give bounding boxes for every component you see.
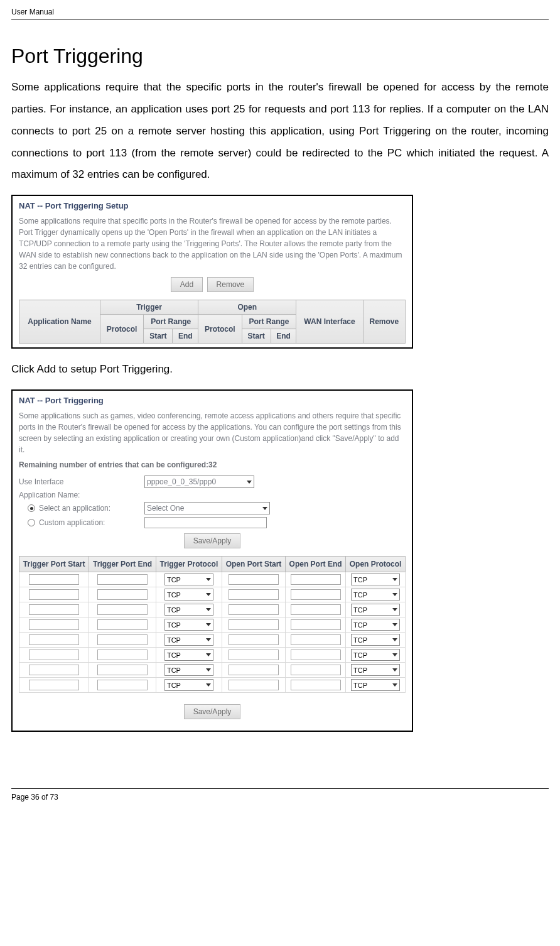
trigger-port-end-input[interactable] [97,650,148,660]
open-port-start-input[interactable] [229,574,279,585]
open-port-start-input[interactable] [229,665,279,675]
protocol-value: TCP [353,666,367,674]
col-trigger-protocol: Protocol [100,315,143,344]
chevron-down-icon [392,608,397,611]
ss2-title: NAT -- Port Triggering [19,396,406,405]
trigger-port-start-input[interactable] [29,589,79,600]
protocol-value: TCP [353,576,367,584]
trigger-port-end-input[interactable] [97,634,148,645]
col-open: Open [198,300,296,315]
protocol-value: TCP [353,682,367,689]
trigger-port-start-input[interactable] [29,619,79,630]
open-port-start-input[interactable] [229,634,279,645]
col-app-name: Application Name [19,300,100,344]
use-interface-select[interactable]: pppoe_0_0_35/ppp0 [144,476,254,488]
save-apply-button-top[interactable]: Save/Apply [184,533,241,548]
trigger-port-start-input[interactable] [29,574,79,585]
col-trigger-end: End [173,329,198,344]
open-port-start-input[interactable] [229,680,279,690]
select-application-dropdown[interactable]: Select One [144,502,270,514]
trigger-protocol-select[interactable]: TCP [164,574,213,585]
trigger-port-end-input[interactable] [97,680,148,690]
click-add-text: Click Add to setup Port Triggering. [11,359,549,381]
trigger-protocol-select[interactable]: TCP [164,649,213,661]
trigger-protocol-select[interactable]: TCP [164,634,213,646]
chevron-down-icon [262,507,267,510]
trigger-protocol-select[interactable]: TCP [164,619,213,631]
trigger-protocol-select[interactable]: TCP [164,604,213,616]
open-port-start-input[interactable] [229,619,279,630]
open-port-end-input[interactable] [291,619,341,630]
col-open-protocol: Open Protocol [346,557,406,572]
screenshot-port-triggering-form: NAT -- Port Triggering Some applications… [11,389,413,732]
open-protocol-select[interactable]: TCP [351,679,400,691]
protocol-value: TCP [167,591,181,599]
table-row: TCPTCP [19,617,406,633]
doc-header: User Manual [11,8,549,19]
protocol-value: TCP [167,636,181,644]
trigger-port-end-input[interactable] [97,589,148,600]
chevron-down-icon [392,623,397,626]
open-port-end-input[interactable] [291,634,341,645]
col-remove: Remove [363,300,405,344]
open-port-start-input[interactable] [229,604,279,615]
open-port-end-input[interactable] [291,665,341,675]
col-trigger-port-end: Trigger Port End [89,557,156,572]
open-port-end-input[interactable] [291,604,341,615]
trigger-port-end-input[interactable] [97,574,148,585]
radio-custom-application[interactable] [28,519,35,526]
protocol-value: TCP [167,682,181,689]
open-port-end-input[interactable] [291,574,341,585]
protocol-value: TCP [167,666,181,674]
chevron-down-icon [206,623,211,626]
open-protocol-select[interactable]: TCP [351,574,400,585]
trigger-port-end-input[interactable] [97,619,148,630]
chevron-down-icon [206,638,211,641]
table-row: TCPTCP [19,678,406,693]
open-protocol-select[interactable]: TCP [351,634,400,646]
page-title: Port Triggering [11,45,549,68]
trigger-port-start-input[interactable] [29,634,79,645]
remaining-entries: Remaining number of entries that can be … [19,460,406,469]
col-trigger-protocol: Trigger Protocol [156,557,222,572]
col-open-start: Start [242,329,271,344]
trigger-protocol-select[interactable]: TCP [164,679,213,691]
trigger-port-start-input[interactable] [29,604,79,615]
open-protocol-select[interactable]: TCP [351,589,400,601]
radio-select-application[interactable] [28,504,35,512]
ss1-desc: Some applications require that specific … [19,215,406,272]
chevron-down-icon [247,481,252,484]
col-open-port-start: Open Port Start [222,557,286,572]
trigger-port-start-input[interactable] [29,650,79,660]
trigger-port-end-input[interactable] [97,604,148,615]
col-open-portrange: Port Range [242,315,296,329]
col-trigger-start: Start [144,329,173,344]
open-protocol-select[interactable]: TCP [351,619,400,631]
trigger-port-end-input[interactable] [97,665,148,675]
open-port-start-input[interactable] [229,650,279,660]
open-protocol-select[interactable]: TCP [351,664,400,676]
open-port-end-input[interactable] [291,589,341,600]
triggering-setup-table: Application Name Trigger Open WAN Interf… [19,300,406,344]
chevron-down-icon [206,578,211,581]
remove-button[interactable]: Remove [207,277,254,292]
open-port-start-input[interactable] [229,589,279,600]
chevron-down-icon [206,608,211,611]
chevron-down-icon [392,638,397,641]
trigger-port-start-input[interactable] [29,680,79,690]
trigger-port-start-input[interactable] [29,665,79,675]
open-protocol-select[interactable]: TCP [351,604,400,616]
add-button[interactable]: Add [171,277,203,292]
intro-paragraph: Some applications require that the speci… [11,77,549,186]
screenshot-port-triggering-setup: NAT -- Port Triggering Setup Some applic… [11,195,413,349]
trigger-protocol-select[interactable]: TCP [164,664,213,676]
open-port-end-input[interactable] [291,650,341,660]
save-apply-button-bottom[interactable]: Save/Apply [184,704,241,719]
open-protocol-select[interactable]: TCP [351,649,400,661]
custom-application-label: Custom application: [39,518,144,527]
custom-application-input[interactable] [144,517,267,528]
chevron-down-icon [206,653,211,656]
open-port-end-input[interactable] [291,680,341,690]
trigger-protocol-select[interactable]: TCP [164,589,213,601]
page-footer: Page 36 of 73 [11,788,549,802]
